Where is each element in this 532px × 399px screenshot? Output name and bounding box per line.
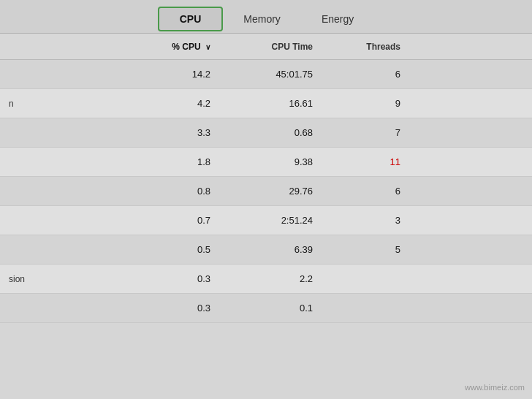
cell-cpu-pct: 0.3	[132, 273, 219, 284]
cell-cpu-time: 45:01.75	[219, 69, 322, 80]
cell-threads: 3	[322, 215, 409, 226]
cell-cpu-time: 0.1	[219, 303, 322, 314]
tab-cpu-label: CPU	[180, 13, 202, 25]
cell-cpu-time: 2.2	[219, 273, 322, 284]
cell-cpu-time: 16.61	[219, 98, 322, 109]
col-cpu-time[interactable]: CPU Time	[219, 42, 322, 52]
cell-process: n	[0, 99, 132, 109]
cell-cpu-time: 6.39	[219, 244, 322, 255]
cell-threads: 9	[322, 98, 409, 109]
table-row[interactable]: 3.3 0.68 7	[0, 118, 532, 148]
cell-cpu-pct: 14.2	[132, 69, 219, 80]
tab-bar: CPU Memory Energy	[0, 0, 532, 34]
tab-energy-label: Energy	[322, 13, 354, 25]
table-container: % CPU ∨ CPU Time Threads 14.2 45:01.75 6…	[0, 34, 532, 323]
col-cpu-time-label: CPU Time	[272, 42, 313, 52]
tab-memory-label: Memory	[243, 13, 281, 25]
table-row[interactable]: 0.5 6.39 5	[0, 235, 532, 265]
sort-arrow-icon: ∨	[205, 43, 210, 51]
col-threads-label: Threads	[366, 42, 400, 52]
cell-threads: 6	[322, 69, 409, 80]
table-row[interactable]: 0.8 29.76 6	[0, 177, 532, 206]
tab-memory[interactable]: Memory	[223, 7, 301, 31]
table-row[interactable]: n 4.2 16.61 9	[0, 89, 532, 118]
cell-threads: 11	[322, 156, 409, 167]
cell-process: sion	[0, 274, 132, 284]
table-row[interactable]: sion 0.3 2.2	[0, 265, 532, 294]
tab-energy[interactable]: Energy	[301, 7, 374, 31]
tab-cpu[interactable]: CPU	[158, 7, 224, 31]
col-threads[interactable]: Threads	[322, 42, 409, 52]
cell-cpu-pct: 3.3	[132, 127, 219, 138]
cell-cpu-time: 0.68	[219, 127, 322, 138]
cell-threads: 6	[322, 186, 409, 197]
cell-cpu-pct: 4.2	[132, 98, 219, 109]
cell-cpu-pct: 0.5	[132, 244, 219, 255]
table-row[interactable]: 1.8 9.38 11	[0, 148, 532, 177]
table-row[interactable]: 14.2 45:01.75 6	[0, 60, 532, 89]
cell-cpu-pct: 1.8	[132, 156, 219, 167]
cell-cpu-time: 29.76	[219, 186, 322, 197]
cell-cpu-time: 2:51.24	[219, 215, 322, 226]
col-cpu-pct[interactable]: % CPU ∨	[132, 42, 219, 52]
table-row[interactable]: 0.3 0.1	[0, 294, 532, 323]
watermark: www.bimeiz.com	[465, 383, 525, 392]
cell-cpu-pct: 0.8	[132, 186, 219, 197]
table-body: 14.2 45:01.75 6 n 4.2 16.61 9 3.3 0.68 7…	[0, 60, 532, 323]
col-cpu-pct-label: % CPU	[172, 42, 200, 52]
table-header: % CPU ∨ CPU Time Threads	[0, 34, 532, 60]
cell-threads: 5	[322, 244, 409, 255]
cell-cpu-time: 9.38	[219, 156, 322, 167]
cell-cpu-pct: 0.3	[132, 303, 219, 314]
cell-threads: 7	[322, 127, 409, 138]
table-row[interactable]: 0.7 2:51.24 3	[0, 206, 532, 235]
cell-cpu-pct: 0.7	[132, 215, 219, 226]
